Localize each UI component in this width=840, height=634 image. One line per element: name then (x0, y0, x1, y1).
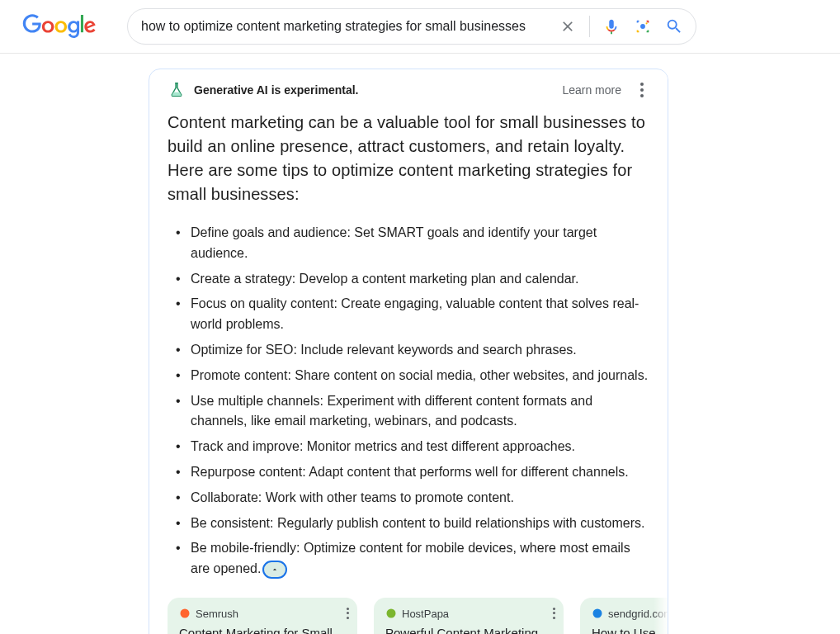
ai-tip-item: Be mobile-friendly: Optimize content for… (168, 538, 649, 580)
citation-menu-icon[interactable] (553, 608, 555, 619)
ai-tip-item: Create a strategy: Develop a content mar… (168, 269, 649, 290)
citation-title: How to Use Con for Small Busine (592, 625, 668, 634)
citation-title: Content Marketing for Small Businesses: … (179, 625, 346, 634)
search-divider (589, 16, 590, 37)
ai-intro-text: Content marketing can be a valuable tool… (168, 111, 649, 206)
ai-card-header: Generative AI is experimental. Learn mor… (168, 81, 649, 99)
svg-point-0 (640, 24, 645, 29)
citation-site-name: HostPapa (402, 608, 552, 620)
svg-point-2 (181, 609, 190, 618)
ai-tip-item: Focus on quality content: Create engagin… (168, 294, 649, 335)
google-logo[interactable] (21, 14, 97, 39)
collapse-button[interactable] (262, 561, 287, 579)
citation-menu-icon[interactable] (347, 608, 349, 619)
ai-tip-item: Use multiple channels: Experiment with d… (168, 391, 649, 433)
citation-favicon-icon (179, 608, 191, 619)
citation-title: Powerful Content Marketing Tips for Your… (385, 625, 552, 634)
citation-favicon-icon (592, 608, 603, 619)
citation-header: sendgrid.com (592, 608, 668, 620)
ai-tip-item: Optimize for SEO: Include relevant keywo… (168, 340, 649, 361)
citation-cards-row: SemrushContent Marketing for Small Busin… (168, 598, 668, 634)
citation-header: HostPapa (385, 608, 552, 620)
learn-more-link[interactable]: Learn more (562, 83, 621, 97)
search-input[interactable] (141, 19, 546, 34)
search-icon[interactable] (664, 17, 684, 36)
citation-card[interactable]: SemrushContent Marketing for Small Busin… (168, 598, 357, 634)
citation-site-name: Semrush (196, 608, 346, 620)
right-fade-overlay (654, 69, 668, 634)
lens-search-icon[interactable] (633, 17, 653, 36)
citation-site-name: sendgrid.com (608, 608, 668, 620)
ai-tip-item: Track and improve: Monitor metrics and t… (168, 437, 649, 457)
svg-point-1 (645, 22, 647, 24)
ai-tip-item: Promote content: Share content on social… (168, 366, 649, 386)
ai-tip-item: Define goals and audience: Set SMART goa… (168, 223, 649, 264)
ai-card-menu-icon[interactable] (635, 83, 649, 97)
citation-favicon-icon (385, 608, 397, 619)
voice-search-icon[interactable] (602, 17, 621, 36)
svg-point-4 (593, 609, 602, 618)
ai-tip-item: Be consistent: Regularly publish content… (168, 513, 649, 534)
ai-tip-item: Repurpose content: Adapt content that pe… (168, 462, 649, 483)
svg-point-3 (387, 609, 396, 618)
citation-card[interactable]: HostPapaPowerful Content Marketing Tips … (374, 598, 564, 634)
flask-icon (168, 81, 186, 99)
results-area: Generative AI is experimental. Learn mor… (0, 54, 840, 634)
search-box[interactable] (127, 8, 696, 45)
ai-tip-item: Collaborate: Work with other teams to pr… (168, 488, 649, 509)
generative-ai-card: Generative AI is experimental. Learn mor… (149, 69, 668, 634)
ai-badge-text: Generative AI is experimental. (194, 83, 562, 97)
ai-tips-list: Define goals and audience: Set SMART goa… (168, 223, 649, 580)
search-header (0, 0, 840, 54)
citation-header: Semrush (179, 608, 346, 620)
citation-card[interactable]: sendgrid.comHow to Use Con for Small Bus… (580, 598, 668, 634)
clear-icon[interactable] (558, 17, 578, 36)
